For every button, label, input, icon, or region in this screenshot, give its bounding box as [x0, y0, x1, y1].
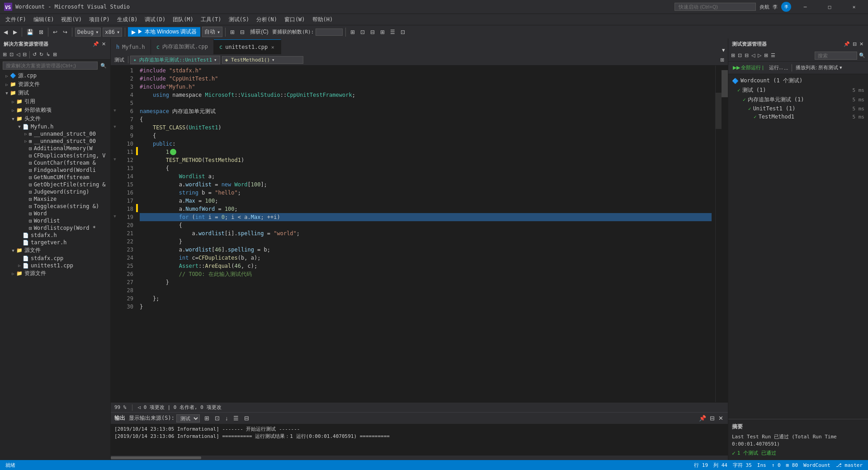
toolbar-extra-btn-6[interactable]: ⊞	[378, 28, 387, 36]
te-tb-icon-7[interactable]: ☰	[770, 52, 776, 59]
tree-item[interactable]: ⊡ Maxsize	[0, 195, 110, 203]
code-line[interactable]: }	[140, 278, 712, 286]
sb-tb-btn-1[interactable]: ⊞	[2, 51, 8, 58]
code-scroll[interactable]: #include "stdafx.h"#include "CppUnitTest…	[138, 66, 715, 402]
status-line[interactable]: 行 19	[692, 462, 710, 469]
tree-item[interactable]: ⊡ Findgoalword(Wordli	[0, 166, 110, 174]
tab-myfun-h[interactable]: h Myfun.h	[111, 39, 151, 54]
test-button[interactable]: 测试	[113, 56, 126, 64]
menu-item-analyze[interactable]: 分析(N)	[253, 14, 281, 25]
window-close-button[interactable]: ✕	[844, 0, 864, 14]
tree-item[interactable]: ▼ 📁 测试	[0, 89, 110, 97]
te-tb-icon-2[interactable]: ⊡	[737, 52, 743, 59]
code-line[interactable]: 1	[140, 148, 712, 156]
status-ins[interactable]: Ins	[755, 462, 768, 469]
tab-unittest-cpp[interactable]: c unittest1.cpp ✕	[214, 39, 281, 54]
tree-item[interactable]: ⊡ CountChar(fstream &	[0, 159, 110, 166]
tree-item[interactable]: ▷ 📁 资源文件	[0, 269, 110, 278]
code-line[interactable]: Assert::AreEqual(46, c);	[140, 262, 712, 270]
status-git-icon[interactable]: ↑ 0	[770, 462, 783, 469]
toolbar-undo-button[interactable]: ↩	[51, 28, 59, 36]
toolbar-extra-btn-5[interactable]: ⊟	[368, 28, 377, 36]
tree-item[interactable]: ▼ 📄 Myfun.h	[0, 123, 110, 130]
test-item-unittest1[interactable]: ✓ UnitTest1 (1) 5 ms	[728, 104, 868, 113]
output-btn-4[interactable]: ☰	[232, 414, 240, 423]
menu-item-edit[interactable]: 编辑(E)	[30, 14, 58, 25]
output-scroll-thumb[interactable]	[111, 456, 201, 459]
menu-item-team[interactable]: 团队(M)	[169, 14, 197, 25]
et-expand-button[interactable]: ⊞	[718, 57, 726, 63]
menu-item-test[interactable]: 测试(S)	[225, 14, 253, 25]
tree-item[interactable]: ▷ 📁 外部依赖项	[0, 106, 110, 114]
sb-tb-btn-6[interactable]: ↻	[38, 51, 44, 58]
status-zoom[interactable]: ⊞ 80	[784, 462, 800, 469]
code-line[interactable]: {	[140, 132, 712, 140]
tree-item[interactable]: ▷ 📁 引用	[0, 97, 110, 106]
sb-tb-btn-8[interactable]: ⊞	[52, 51, 58, 58]
status-branch[interactable]: ⎇ master	[834, 462, 864, 469]
output-close-button[interactable]: ✕	[717, 414, 724, 423]
code-line[interactable]: // TODO: 在此输入测试代码	[140, 270, 712, 278]
sidebar-pin-button[interactable]: 📌	[92, 40, 100, 48]
toolbar-save-all-button[interactable]: ⊠	[37, 28, 45, 36]
status-ready[interactable]: 就绪	[4, 462, 17, 469]
code-line[interactable]: a.wordlist = new Word[100];	[140, 180, 712, 189]
scrollbar-thumb[interactable]	[722, 70, 728, 97]
code-line[interactable]: int c=CFDuplicates(b, a);	[140, 254, 712, 262]
tree-item[interactable]: ▷ ⊞ __unnamed_struct_00	[0, 130, 110, 138]
te-float-button[interactable]: ⊟	[852, 40, 858, 48]
output-btn-1[interactable]: ⊞	[203, 414, 210, 423]
output-btn-5[interactable]: ⊟	[243, 414, 250, 423]
capture-button[interactable]: 捕获(C)	[248, 27, 270, 37]
method-dropdown[interactable]: ◈ TestMethod1() ▾	[222, 56, 303, 64]
menu-item-build[interactable]: 生成(B)	[113, 14, 142, 25]
tree-item[interactable]: 📄 stdafx.cpp	[0, 255, 110, 262]
tab-nav-button[interactable]: ▾	[719, 46, 728, 54]
tab-unittest-cpp-close[interactable]: ✕	[270, 44, 275, 51]
te-pin-button[interactable]: 📌	[843, 40, 851, 48]
status-char[interactable]: 字符 35	[731, 462, 754, 469]
sb-tb-btn-7[interactable]: ↳	[45, 51, 51, 58]
sb-tb-btn-3[interactable]: ◁	[15, 51, 21, 58]
menu-item-help[interactable]: 帮助(H)	[309, 14, 337, 25]
output-btn-3[interactable]: ↓	[224, 414, 229, 423]
code-line[interactable]	[140, 286, 712, 294]
te-close-button[interactable]: ✕	[859, 40, 864, 48]
output-pin-button[interactable]: 📌	[698, 414, 707, 423]
tree-item[interactable]: ⊡ GetNumCUM(fstream	[0, 174, 110, 181]
code-line[interactable]: {	[140, 221, 712, 229]
code-line[interactable]: string b = "hello";	[140, 189, 712, 197]
sidebar-close-button[interactable]: ✕	[101, 40, 107, 48]
te-tb-icon-1[interactable]: ⊞	[730, 52, 736, 59]
output-source-select[interactable]: 测试	[176, 414, 200, 423]
tree-item[interactable]: ▼ 📁 源文件	[0, 246, 110, 255]
nav-dropdown[interactable]: ✦ 内存追加单元测试::UnitTest1 ▾	[130, 56, 220, 64]
output-btn-2[interactable]: ⊡	[214, 414, 221, 423]
code-line[interactable]: #include "CppUnitTest.h"	[140, 75, 712, 83]
tree-item[interactable]: ⊡ Togglecase(string &)	[0, 203, 110, 210]
code-line[interactable]: #include"Myfun.h"	[140, 83, 712, 91]
sb-tb-btn-2[interactable]: ⊡	[9, 51, 14, 58]
capture-num-input[interactable]	[316, 28, 343, 36]
output-scroll[interactable]	[111, 456, 728, 460]
test-item-memory[interactable]: ✓ 内存追加单元测试 (1) 5 ms	[728, 95, 868, 104]
code-line[interactable]: Wordlist a;	[140, 172, 712, 180]
status-col[interactable]: 列 44	[712, 462, 729, 469]
code-line[interactable]: namespace 内存追加单元测试	[140, 107, 712, 115]
te-tb-icon-5[interactable]: ▷	[757, 52, 762, 59]
code-line[interactable]: };	[140, 294, 712, 303]
toolbar-back-button[interactable]: ◀	[2, 28, 9, 36]
tree-item[interactable]: ▷ 🔷 源.cpp	[0, 71, 110, 80]
code-line[interactable]: using namespace Microsoft::VisualStudio:…	[140, 91, 712, 99]
menu-item-tools[interactable]: 工具(T)	[197, 14, 225, 25]
code-line[interactable]: {	[140, 164, 712, 172]
menu-item-window[interactable]: 窗口(W)	[281, 14, 309, 25]
tree-item[interactable]: ⊡ GetObjectFile(string &	[0, 181, 110, 188]
debug-config-dropdown[interactable]: Debug ▾	[75, 28, 101, 37]
tree-item[interactable]: ▷ 📄 unittest1.cpp	[0, 262, 110, 269]
tree-item[interactable]: ⊡ Word	[0, 210, 110, 217]
run-dropdown-button[interactable]: 运行... ...	[767, 64, 790, 71]
code-line[interactable]: a.wordlist[i].spelling = "world";	[140, 229, 712, 237]
test-search-input[interactable]	[815, 52, 858, 60]
code-line[interactable]: a.NumofWord = 100;	[140, 205, 712, 213]
